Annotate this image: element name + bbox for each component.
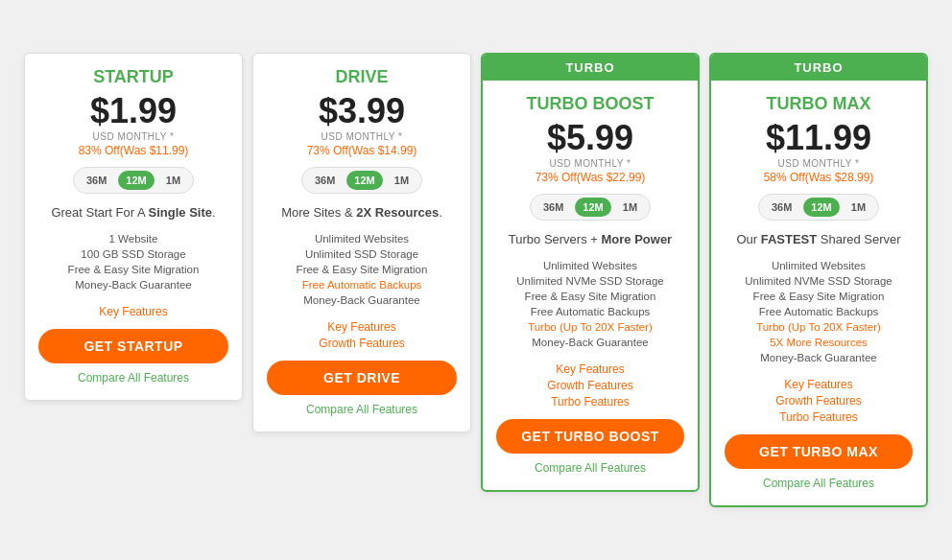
plan-price-turbo-max: $11.99 <box>766 118 871 158</box>
plan-discount-turbo-boost: 73% Off(Was $22.99) <box>536 171 646 184</box>
term-selector-drive: 36M12M1M <box>301 167 422 194</box>
feature-item: Turbo (Up To 20X Faster) <box>725 319 913 335</box>
feature-item: 1 Website <box>38 231 228 246</box>
term-btn-36m-startup[interactable]: 36M <box>79 171 114 190</box>
plan-tagline-drive: More Sites & 2X Resources. <box>281 205 442 220</box>
feature-link-drive[interactable]: Growth Features <box>267 337 457 350</box>
compare-link-startup[interactable]: Compare All Features <box>78 371 189 385</box>
feature-item: 100 GB SSD Storage <box>38 246 228 262</box>
plan-name-drive: DRIVE <box>335 67 388 87</box>
feature-item: Unlimited Websites <box>496 258 684 273</box>
feature-item: Free Automatic Backups <box>267 277 457 292</box>
feature-item: Free & Easy Site Migration <box>267 262 457 277</box>
feature-item: Unlimited Websites <box>725 258 913 273</box>
feature-item: 5X More Resources <box>725 335 913 350</box>
feature-link-turbo-boost[interactable]: Growth Features <box>496 379 684 392</box>
cta-button-turbo-max[interactable]: GET TURBO MAX <box>725 434 913 469</box>
plan-discount-drive: 73% Off(Was $14.99) <box>307 144 417 157</box>
compare-link-turbo-boost[interactable]: Compare All Features <box>535 461 646 475</box>
feature-item: Unlimited NVMe SSD Storage <box>725 273 913 289</box>
turbo-banner-turbo-boost: TURBO <box>483 55 698 81</box>
cta-button-drive[interactable]: GET DRIVE <box>267 361 457 395</box>
feature-link-drive[interactable]: Key Features <box>267 320 457 334</box>
term-selector-turbo-boost: 36M12M1M <box>530 194 651 221</box>
plan-card-turbo-boost: TURBOTURBO BOOST$5.99USD MONTHLY *73% Of… <box>481 53 700 492</box>
feature-item: Unlimited SSD Storage <box>267 246 457 262</box>
feature-item: Free & Easy Site Migration <box>496 289 684 304</box>
term-btn-1m-turbo-max[interactable]: 1M <box>844 198 873 217</box>
features-list-turbo-max: Unlimited WebsitesUnlimited NVMe SSD Sto… <box>725 258 913 365</box>
feature-link-turbo-boost[interactable]: Turbo Features <box>496 395 684 408</box>
compare-link-turbo-max[interactable]: Compare All Features <box>763 477 874 490</box>
feature-item: Money-Back Guarantee <box>38 277 228 292</box>
plan-tagline-turbo-max: Our FASTEST Shared Server <box>736 232 900 246</box>
term-btn-1m-turbo-boost[interactable]: 1M <box>615 198 645 217</box>
links-section-turbo-max: Key FeaturesGrowth FeaturesTurbo Feature… <box>725 375 913 427</box>
plan-card-drive: DRIVE$3.99USD MONTHLY *73% Off(Was $14.9… <box>252 53 471 432</box>
plan-billing-turbo-max: USD MONTHLY * <box>777 158 859 169</box>
feature-item: Free & Easy Site Migration <box>38 262 228 277</box>
feature-item: Free Automatic Backups <box>496 304 684 319</box>
term-btn-36m-drive[interactable]: 36M <box>307 171 343 190</box>
term-btn-36m-turbo-max[interactable]: 36M <box>764 198 799 217</box>
term-btn-36m-turbo-boost[interactable]: 36M <box>536 198 571 217</box>
plan-price-startup: $1.99 <box>90 91 177 131</box>
feature-item: Turbo (Up To 20X Faster) <box>496 319 684 335</box>
feature-link-turbo-max[interactable]: Key Features <box>725 378 913 391</box>
term-btn-12m-drive[interactable]: 12M <box>346 171 382 190</box>
feature-link-turbo-max[interactable]: Growth Features <box>725 394 913 408</box>
turbo-banner-turbo-max: TURBO <box>711 55 926 81</box>
features-list-drive: Unlimited WebsitesUnlimited SSD StorageF… <box>267 231 457 308</box>
plan-discount-turbo-max: 58% Off(Was $28.99) <box>764 171 874 184</box>
links-section-drive: Key FeaturesGrowth Features <box>267 317 457 353</box>
links-section-turbo-boost: Key FeaturesGrowth FeaturesTurbo Feature… <box>496 360 684 411</box>
plan-price-turbo-boost: $5.99 <box>547 118 633 158</box>
feature-item: Unlimited Websites <box>267 231 457 246</box>
term-btn-1m-drive[interactable]: 1M <box>387 171 416 190</box>
cta-button-turbo-boost[interactable]: GET TURBO BOOST <box>496 419 684 454</box>
feature-item: Money-Back Guarantee <box>267 292 457 308</box>
plan-tagline-turbo-boost: Turbo Servers + More Power <box>509 232 672 246</box>
plan-name-startup: STARTUP <box>93 67 174 87</box>
feature-link-turbo-boost[interactable]: Key Features <box>496 362 684 376</box>
plan-billing-startup: USD MONTHLY * <box>92 131 174 142</box>
feature-item: Money-Back Guarantee <box>725 350 913 365</box>
feature-item: Free Automatic Backups <box>725 304 913 319</box>
plan-discount-startup: 83% Off(Was $11.99) <box>79 144 189 157</box>
plan-name-turbo-max: TURBO MAX <box>767 94 871 114</box>
feature-item: Free & Easy Site Migration <box>725 289 913 304</box>
links-section-startup: Key Features <box>38 302 228 321</box>
term-btn-12m-startup[interactable]: 12M <box>118 171 154 190</box>
features-list-turbo-boost: Unlimited WebsitesUnlimited NVMe SSD Sto… <box>496 258 684 350</box>
plans-container: STARTUP$1.99USD MONTHLY *83% Off(Was $11… <box>14 43 938 517</box>
cta-button-startup[interactable]: GET STARTUP <box>38 329 228 363</box>
feature-item: Money-Back Guarantee <box>496 335 684 350</box>
term-selector-turbo-max: 36M12M1M <box>758 194 879 221</box>
term-btn-1m-startup[interactable]: 1M <box>158 171 188 190</box>
plan-billing-drive: USD MONTHLY * <box>321 131 402 142</box>
feature-link-startup[interactable]: Key Features <box>38 305 228 318</box>
plan-card-turbo-max: TURBOTURBO MAX$11.99USD MONTHLY *58% Off… <box>709 53 928 507</box>
feature-link-turbo-max[interactable]: Turbo Features <box>725 410 913 424</box>
term-btn-12m-turbo-boost[interactable]: 12M <box>575 198 610 217</box>
plan-price-drive: $3.99 <box>319 91 405 131</box>
plan-card-startup: STARTUP$1.99USD MONTHLY *83% Off(Was $11… <box>24 53 243 401</box>
plan-name-turbo-boost: TURBO BOOST <box>527 94 654 114</box>
term-selector-startup: 36M12M1M <box>73 167 194 194</box>
features-list-startup: 1 Website100 GB SSD StorageFree & Easy S… <box>38 231 228 292</box>
plan-billing-turbo-boost: USD MONTHLY * <box>549 158 631 169</box>
plan-tagline-startup: Great Start For A Single Site. <box>51 205 215 220</box>
term-btn-12m-turbo-max[interactable]: 12M <box>803 198 839 217</box>
compare-link-drive[interactable]: Compare All Features <box>306 403 417 416</box>
feature-item: Unlimited NVMe SSD Storage <box>496 273 684 289</box>
